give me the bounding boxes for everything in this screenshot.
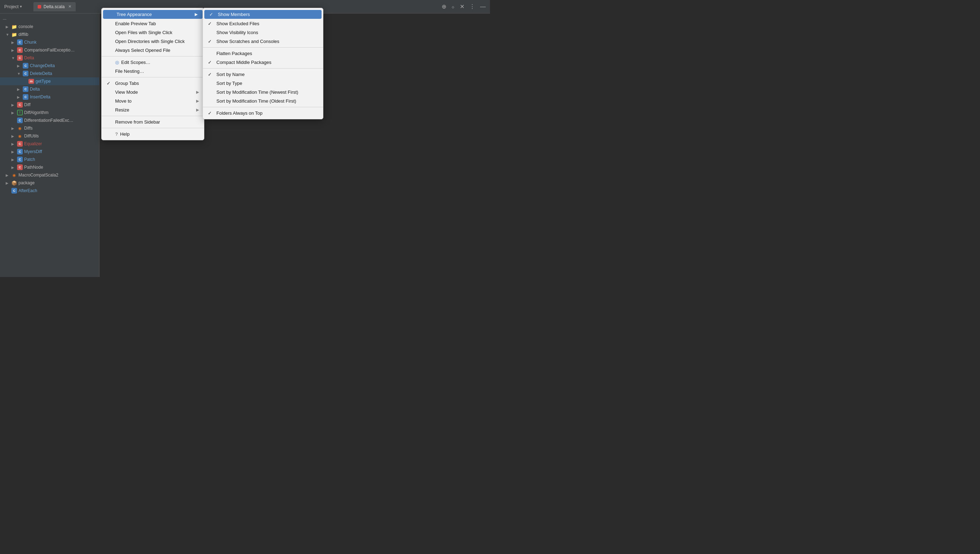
submenu-item-show-members[interactable]: ✓ Show Members [204, 10, 322, 19]
view-mode-arrow: ▶ [196, 90, 199, 94]
menu-item-resize[interactable]: Resize ▶ [102, 105, 204, 115]
menu-separator-1 [102, 56, 204, 56]
menu-item-open-dirs-click[interactable]: Open Directories with Single Click [102, 37, 204, 46]
tree-appearance-label: Tree Appearance [116, 12, 192, 17]
submenu-item-show-visibility-icons[interactable]: Show Visibility Icons [203, 28, 323, 37]
move-to-label: Move to [115, 99, 193, 104]
sort-mod-oldest-label: Sort by Modification Time (Oldest First) [217, 99, 296, 104]
tree-appearance-arrow: ▶ [195, 12, 198, 17]
submenu-item-compact-middle[interactable]: ✓ Compact Middle Packages [203, 58, 323, 67]
help-label: ? Help [115, 131, 196, 137]
menu-item-view-mode[interactable]: View Mode ▶ [102, 88, 204, 97]
always-select-label: Always Select Opened File [115, 48, 196, 53]
group-tabs-check: ✓ [107, 81, 112, 86]
file-nesting-label: File Nesting… [115, 68, 196, 74]
sort-by-type-label: Sort by Type [217, 81, 242, 86]
show-scratches-label: Show Scratches and Consoles [217, 39, 279, 44]
edit-scopes-icon: ◎ [115, 60, 119, 65]
show-excluded-check: ✓ [208, 21, 214, 26]
submenu-item-sort-by-type[interactable]: Sort by Type [203, 79, 323, 88]
view-mode-label: View Mode [115, 89, 193, 95]
submenu-separator-1 [203, 47, 323, 48]
submenu-item-folders-on-top[interactable]: ✓ Folders Always on Top [203, 109, 323, 118]
menu-item-open-files-click[interactable]: Open Files with Single Click [102, 28, 204, 37]
folders-on-top-check: ✓ [208, 110, 214, 116]
show-members-label: Show Members [218, 12, 250, 17]
show-visibility-label: Show Visibility Icons [217, 30, 258, 35]
menu-item-tree-appearance[interactable]: Tree Appearance ▶ [103, 10, 202, 19]
submenu-item-sort-mod-newest[interactable]: Sort by Modification Time (Newest First) [203, 88, 323, 97]
submenu-item-flatten-packages[interactable]: Flatten Packages [203, 49, 323, 58]
show-excluded-label: Show Excluded Files [217, 21, 260, 26]
menu-overlay: Tree Appearance ▶ Enable Preview Tab Ope… [0, 0, 490, 277]
submenu-separator-3 [203, 107, 323, 107]
sort-mod-newest-label: Sort by Modification Time (Newest First) [217, 89, 298, 95]
show-members-check: ✓ [209, 12, 215, 17]
menu-item-file-nesting[interactable]: File Nesting… [102, 67, 204, 76]
menu-item-edit-scopes[interactable]: ◎ Edit Scopes… [102, 58, 204, 67]
context-menu: Tree Appearance ▶ Enable Preview Tab Ope… [101, 8, 204, 140]
sort-by-name-label: Sort by Name [217, 72, 244, 77]
open-dirs-label: Open Directories with Single Click [115, 39, 196, 44]
submenu-item-show-scratches[interactable]: ✓ Show Scratches and Consoles [203, 37, 323, 46]
compact-middle-label: Compact Middle Packages [217, 60, 271, 65]
compact-middle-check: ✓ [208, 60, 214, 65]
submenu-item-sort-mod-oldest[interactable]: Sort by Modification Time (Oldest First) [203, 97, 323, 105]
flatten-packages-label: Flatten Packages [217, 51, 252, 56]
group-tabs-label: Group Tabs [115, 81, 196, 86]
resize-label: Resize [115, 107, 193, 113]
sort-by-name-check: ✓ [208, 72, 214, 77]
help-icon: ? [115, 131, 118, 137]
menu-separator-3 [102, 116, 204, 116]
submenu-item-show-excluded-files[interactable]: ✓ Show Excluded Files [203, 19, 323, 28]
resize-arrow: ▶ [196, 108, 199, 112]
menu-item-always-select[interactable]: Always Select Opened File [102, 46, 204, 55]
submenu-item-sort-by-name[interactable]: ✓ Sort by Name [203, 70, 323, 79]
submenu-separator-2 [203, 68, 323, 68]
enable-preview-label: Enable Preview Tab [115, 21, 196, 26]
edit-scopes-label: ◎ Edit Scopes… [115, 60, 196, 65]
tree-appearance-submenu: ✓ Show Members ✓ Show Excluded Files Sho… [202, 8, 323, 119]
show-scratches-check: ✓ [208, 39, 214, 44]
folders-on-top-label: Folders Always on Top [217, 110, 263, 116]
menu-separator-4 [102, 128, 204, 128]
menu-item-move-to[interactable]: Move to ▶ [102, 97, 204, 105]
menu-item-help[interactable]: ? Help [102, 130, 204, 138]
remove-sidebar-label: Remove from Sidebar [115, 119, 196, 125]
move-to-arrow: ▶ [196, 99, 199, 103]
menu-item-group-tabs[interactable]: ✓ Group Tabs [102, 79, 204, 88]
open-files-label: Open Files with Single Click [115, 30, 196, 35]
menu-item-remove-sidebar[interactable]: Remove from Sidebar [102, 118, 204, 126]
menu-item-enable-preview-tab[interactable]: Enable Preview Tab [102, 19, 204, 28]
